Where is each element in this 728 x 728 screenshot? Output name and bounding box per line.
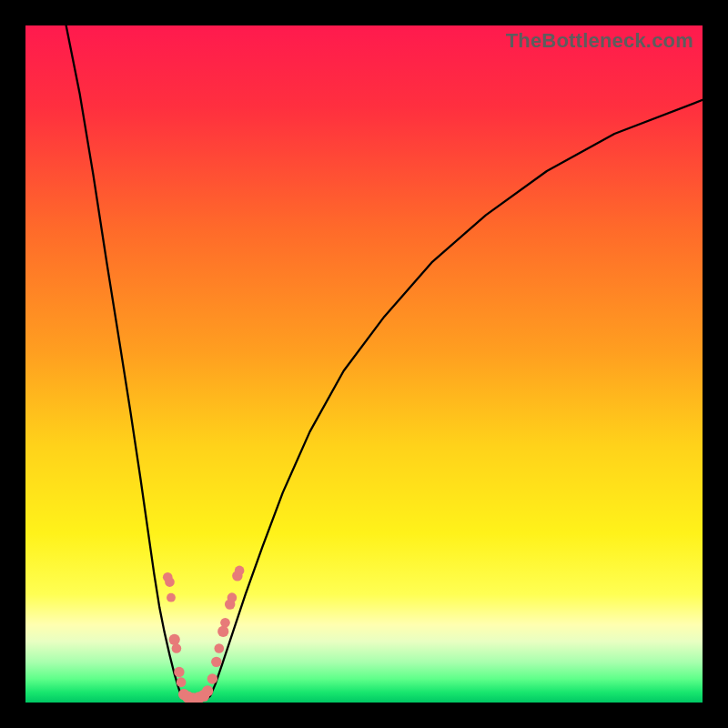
data-marker bbox=[211, 657, 221, 667]
bottleneck-curve bbox=[66, 25, 703, 703]
curve-layer bbox=[25, 25, 703, 703]
data-marker bbox=[172, 643, 182, 653]
data-marker bbox=[207, 673, 217, 683]
data-marker bbox=[165, 577, 175, 587]
data-marker bbox=[220, 618, 230, 628]
data-marker bbox=[228, 592, 238, 602]
data-marker bbox=[167, 593, 176, 602]
data-marker bbox=[174, 667, 184, 677]
data-marker bbox=[214, 643, 224, 653]
chart-frame: TheBottleneck.com bbox=[0, 0, 728, 728]
data-marker bbox=[202, 685, 213, 696]
data-marker bbox=[235, 566, 245, 576]
data-marker bbox=[177, 677, 187, 687]
plot-area: TheBottleneck.com bbox=[25, 25, 703, 703]
data-marker bbox=[217, 626, 228, 637]
data-marker bbox=[169, 634, 180, 645]
